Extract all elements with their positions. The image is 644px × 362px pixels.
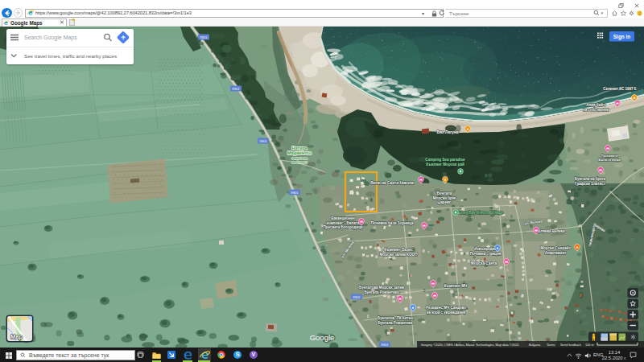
svg-text:комплекс - Бялата: комплекс - Бялата [327, 221, 360, 225]
svg-text:Map: Map [10, 333, 23, 340]
svg-text:Бунгалова Морски залив: Бунгалова Морски залив [359, 286, 404, 290]
svg-text:Царево: Царево [437, 200, 451, 204]
svg-text:Апия бийч: Апия бийч [586, 102, 605, 107]
svg-text:Бунгала Романтика: Бунгала Романтика [364, 290, 399, 294]
svg-text:Пресвета Богородица: Пресвета Богородица [324, 225, 363, 229]
svg-text:Поляната: Поляната [601, 154, 618, 158]
svg-text:Бунгалов -ПК Китен: Бунгалов -ПК Китен [378, 316, 413, 320]
svg-text:Морска Санта: Морска Санта [471, 261, 497, 265]
svg-text:Search Google Maps: Search Google Maps [24, 35, 77, 41]
svg-text:местност: местност [291, 160, 307, 164]
svg-text:See travel times, traffic and: See travel times, traffic and nearby pla… [24, 53, 117, 59]
svg-text:Селенит КС 1997 Е: Селенит КС 1997 Е [603, 87, 636, 91]
svg-text:Почивна станция: Почивна станция [470, 252, 502, 256]
svg-text:Къмпинг Морски рай: Къмпинг Морски рай [426, 162, 464, 167]
svg-text:Google: Google [310, 333, 335, 342]
svg-text:Bulgaria: Bulgaria [529, 343, 541, 347]
svg-text:Sign in: Sign in [613, 34, 630, 40]
svg-text:Морски Сънрайз: Морски Сънрайз [540, 245, 571, 250]
svg-text:Апартамент: Апартамент [545, 251, 567, 255]
svg-text:Camping Sea paradise: Camping Sea paradise [425, 158, 465, 162]
svg-text:Send feedback: Send feedback [560, 343, 581, 347]
svg-text:Резиденс МЧ Сандово: Резиденс МЧ Сандово [426, 306, 466, 310]
svg-text:Извънредна: Извънредна [474, 247, 497, 251]
svg-text:Terms: Terms [547, 343, 555, 347]
svg-text:Бунгала на брега: Бунгала на брега [575, 176, 606, 181]
svg-text:Вили на Свети Никола: Вили на Свети Никола [370, 181, 414, 185]
svg-text:Бялата вода: Бялата вода [598, 158, 621, 162]
svg-text:Бял Лагуна: Бял Лагуна [436, 130, 458, 134]
svg-text:Ваканционен: Ваканционен [331, 216, 355, 220]
svg-text:Imagery ©2020, CNES / Airbus,: Imagery ©2020, CNES / Airbus, Maxar Tech… [421, 343, 519, 347]
svg-text:на собственик: на собственик [583, 107, 609, 112]
svg-text:Къмпинг Оазис: Къмпинг Оазис [384, 248, 413, 252]
svg-text:Мадженото: Мадженото [287, 150, 312, 155]
svg-text:Натура: Натура [292, 146, 308, 150]
svg-text:H: H [576, 246, 579, 249]
svg-text:Морски залив КООП: Морски залив КООП [379, 253, 418, 257]
svg-text:Графска Златист: Графска Златист [575, 181, 606, 186]
svg-text:100 m: 100 m [585, 343, 594, 347]
svg-text:Sunny Bay Almond Village: Sunny Bay Almond Village [456, 211, 503, 215]
svg-text:Бунгала: Бунгала [437, 191, 452, 195]
svg-text:Бунгала Романтика: Бунгала Романтика [378, 321, 413, 325]
svg-text:на хора с увреждания: на хора с увреждания [427, 311, 466, 315]
svg-text:Къмпинг МЧ: Къмпинг МЧ [444, 284, 468, 288]
svg-text:Морски бряг: Морски бряг [432, 195, 456, 200]
svg-text:Гуляева Велека: Гуляева Велека [536, 229, 565, 233]
svg-text:Почивна база Зорница: Почивна база Зорница [371, 220, 414, 225]
